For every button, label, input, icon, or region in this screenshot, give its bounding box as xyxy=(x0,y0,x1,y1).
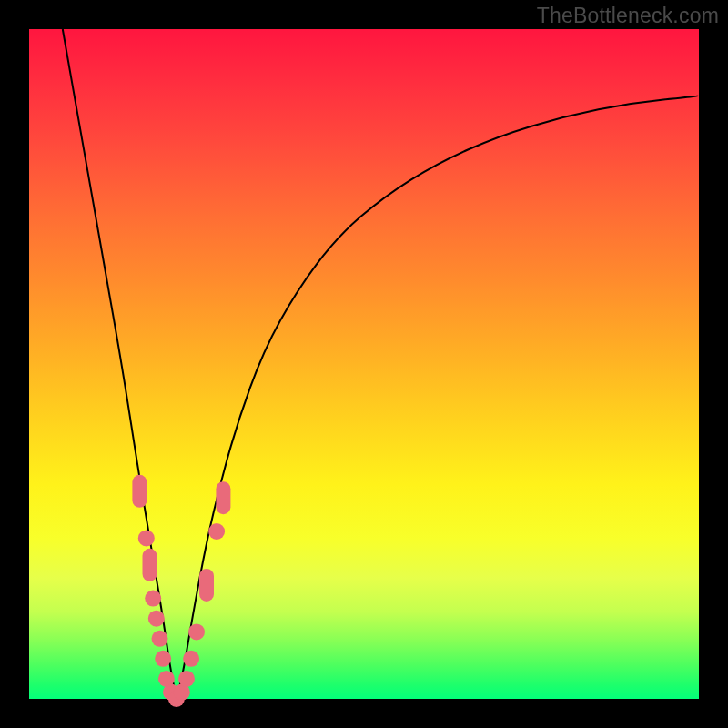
data-marker xyxy=(216,481,230,514)
data-marker xyxy=(199,569,214,602)
data-marker xyxy=(145,591,161,607)
data-marker xyxy=(143,549,157,581)
data-marker xyxy=(132,475,147,508)
data-marker xyxy=(138,530,155,546)
data-marker xyxy=(188,623,205,640)
watermark-text: TheBottleneck.com xyxy=(537,4,719,28)
data-marker xyxy=(155,651,171,667)
curve-layer xyxy=(29,29,699,699)
data-marker xyxy=(148,611,165,627)
data-marker xyxy=(183,651,199,667)
chart-frame: TheBottleneck.com xyxy=(0,0,728,728)
curve-markers xyxy=(132,475,230,707)
data-marker xyxy=(178,671,195,687)
data-marker xyxy=(152,631,168,647)
data-marker xyxy=(208,523,225,540)
